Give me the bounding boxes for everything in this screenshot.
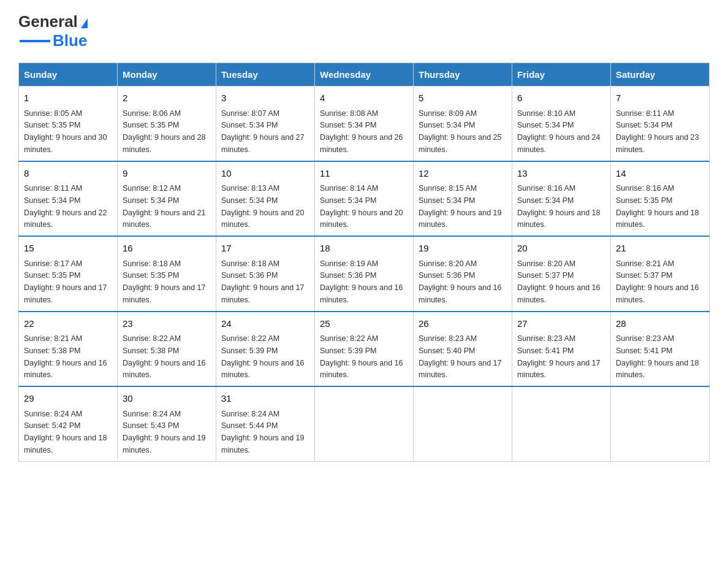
- calendar-cell: 13Sunrise: 8:16 AMSunset: 5:34 PMDayligh…: [512, 161, 611, 237]
- day-info: Sunrise: 8:21 AMSunset: 5:38 PMDaylight:…: [24, 334, 107, 379]
- day-number: 13: [517, 167, 605, 181]
- calendar-cell: 22Sunrise: 8:21 AMSunset: 5:38 PMDayligh…: [19, 312, 118, 387]
- day-number: 23: [123, 317, 211, 331]
- calendar-cell: 2Sunrise: 8:06 AMSunset: 5:35 PMDaylight…: [118, 86, 216, 161]
- calendar-table: SundayMondayTuesdayWednesdayThursdayFrid…: [18, 63, 710, 462]
- day-info: Sunrise: 8:10 AMSunset: 5:34 PMDaylight:…: [517, 109, 601, 154]
- day-number: 26: [419, 317, 507, 331]
- calendar-cell: [611, 386, 710, 461]
- calendar-cell: 16Sunrise: 8:18 AMSunset: 5:35 PMDayligh…: [118, 236, 216, 312]
- day-number: 27: [517, 317, 605, 331]
- calendar-week-row: 22Sunrise: 8:21 AMSunset: 5:38 PMDayligh…: [19, 312, 710, 387]
- calendar-cell: 4Sunrise: 8:08 AMSunset: 5:34 PMDaylight…: [315, 86, 414, 161]
- day-number: 6: [517, 91, 605, 105]
- day-info: Sunrise: 8:16 AMSunset: 5:35 PMDaylight:…: [616, 184, 699, 229]
- day-number: 7: [616, 91, 704, 105]
- calendar-cell: 27Sunrise: 8:23 AMSunset: 5:41 PMDayligh…: [512, 312, 611, 387]
- header-monday: Monday: [118, 63, 216, 86]
- day-info: Sunrise: 8:21 AMSunset: 5:37 PMDaylight:…: [616, 259, 699, 304]
- day-number: 19: [419, 242, 507, 256]
- day-number: 16: [123, 242, 211, 256]
- day-info: Sunrise: 8:11 AMSunset: 5:34 PMDaylight:…: [24, 184, 107, 229]
- day-info: Sunrise: 8:18 AMSunset: 5:35 PMDaylight:…: [123, 259, 206, 304]
- day-number: 22: [24, 317, 112, 331]
- calendar-cell: 24Sunrise: 8:22 AMSunset: 5:39 PMDayligh…: [216, 312, 315, 387]
- day-info: Sunrise: 8:20 AMSunset: 5:37 PMDaylight:…: [517, 259, 601, 304]
- calendar-cell: 30Sunrise: 8:24 AMSunset: 5:43 PMDayligh…: [118, 386, 216, 461]
- day-number: 12: [419, 167, 507, 181]
- calendar-week-row: 1Sunrise: 8:05 AMSunset: 5:35 PMDaylight…: [19, 86, 710, 161]
- header-sunday: Sunday: [19, 63, 118, 86]
- day-info: Sunrise: 8:11 AMSunset: 5:34 PMDaylight:…: [616, 109, 699, 154]
- day-info: Sunrise: 8:24 AMSunset: 5:43 PMDaylight:…: [123, 410, 206, 454]
- calendar-week-row: 29Sunrise: 8:24 AMSunset: 5:42 PMDayligh…: [19, 386, 710, 461]
- day-number: 31: [221, 392, 309, 406]
- header-wednesday: Wednesday: [315, 63, 414, 86]
- calendar-cell: 12Sunrise: 8:15 AMSunset: 5:34 PMDayligh…: [414, 161, 512, 237]
- day-info: Sunrise: 8:15 AMSunset: 5:34 PMDaylight:…: [419, 184, 502, 229]
- day-number: 21: [616, 242, 704, 256]
- day-number: 29: [24, 392, 112, 406]
- day-number: 17: [221, 242, 309, 256]
- day-info: Sunrise: 8:20 AMSunset: 5:36 PMDaylight:…: [419, 259, 502, 304]
- calendar-cell: 17Sunrise: 8:18 AMSunset: 5:36 PMDayligh…: [216, 236, 315, 312]
- day-info: Sunrise: 8:08 AMSunset: 5:34 PMDaylight:…: [320, 109, 403, 154]
- logo: General Blue: [18, 12, 88, 50]
- header-tuesday: Tuesday: [216, 63, 315, 86]
- day-info: Sunrise: 8:22 AMSunset: 5:39 PMDaylight:…: [320, 334, 403, 379]
- calendar-cell: 11Sunrise: 8:14 AMSunset: 5:34 PMDayligh…: [315, 161, 414, 237]
- day-info: Sunrise: 8:05 AMSunset: 5:35 PMDaylight:…: [24, 109, 107, 154]
- calendar-week-row: 8Sunrise: 8:11 AMSunset: 5:34 PMDaylight…: [19, 161, 710, 237]
- day-info: Sunrise: 8:23 AMSunset: 5:41 PMDaylight:…: [517, 334, 601, 379]
- calendar-week-row: 15Sunrise: 8:17 AMSunset: 5:35 PMDayligh…: [19, 236, 710, 312]
- day-info: Sunrise: 8:24 AMSunset: 5:42 PMDaylight:…: [24, 410, 107, 454]
- day-number: 30: [123, 392, 211, 406]
- day-info: Sunrise: 8:16 AMSunset: 5:34 PMDaylight:…: [517, 184, 601, 229]
- day-number: 28: [616, 317, 704, 331]
- day-number: 2: [123, 91, 211, 105]
- calendar-cell: 6Sunrise: 8:10 AMSunset: 5:34 PMDaylight…: [512, 86, 611, 161]
- calendar-cell: [512, 386, 611, 461]
- day-number: 5: [419, 91, 507, 105]
- day-info: Sunrise: 8:18 AMSunset: 5:36 PMDaylight:…: [221, 259, 305, 304]
- calendar-cell: 3Sunrise: 8:07 AMSunset: 5:34 PMDaylight…: [216, 86, 315, 161]
- day-number: 3: [221, 91, 309, 105]
- calendar-cell: 28Sunrise: 8:23 AMSunset: 5:41 PMDayligh…: [611, 312, 710, 387]
- day-number: 25: [320, 317, 408, 331]
- calendar-cell: 20Sunrise: 8:20 AMSunset: 5:37 PMDayligh…: [512, 236, 611, 312]
- header-thursday: Thursday: [414, 63, 512, 86]
- calendar-cell: 1Sunrise: 8:05 AMSunset: 5:35 PMDaylight…: [19, 86, 118, 161]
- day-info: Sunrise: 8:06 AMSunset: 5:35 PMDaylight:…: [123, 109, 206, 154]
- calendar-cell: 8Sunrise: 8:11 AMSunset: 5:34 PMDaylight…: [19, 161, 118, 237]
- calendar-cell: 9Sunrise: 8:12 AMSunset: 5:34 PMDaylight…: [118, 161, 216, 237]
- day-number: 10: [221, 167, 309, 181]
- logo-line: [20, 40, 50, 42]
- calendar-cell: 5Sunrise: 8:09 AMSunset: 5:34 PMDaylight…: [414, 86, 512, 161]
- logo-text-general: General: [18, 12, 78, 31]
- day-number: 11: [320, 167, 408, 181]
- calendar-cell: 25Sunrise: 8:22 AMSunset: 5:39 PMDayligh…: [315, 312, 414, 387]
- calendar-cell: 18Sunrise: 8:19 AMSunset: 5:36 PMDayligh…: [315, 236, 414, 312]
- day-number: 20: [517, 242, 605, 256]
- day-number: 14: [616, 167, 704, 181]
- calendar-cell: 21Sunrise: 8:21 AMSunset: 5:37 PMDayligh…: [611, 236, 710, 312]
- calendar-cell: 19Sunrise: 8:20 AMSunset: 5:36 PMDayligh…: [414, 236, 512, 312]
- day-info: Sunrise: 8:12 AMSunset: 5:34 PMDaylight:…: [123, 184, 206, 229]
- header-friday: Friday: [512, 63, 611, 86]
- day-number: 1: [24, 91, 112, 105]
- day-info: Sunrise: 8:07 AMSunset: 5:34 PMDaylight:…: [221, 109, 305, 154]
- day-info: Sunrise: 8:14 AMSunset: 5:34 PMDaylight:…: [320, 184, 403, 229]
- day-info: Sunrise: 8:23 AMSunset: 5:40 PMDaylight:…: [419, 334, 502, 379]
- day-number: 15: [24, 242, 112, 256]
- logo-triangle-icon: [81, 18, 88, 28]
- day-info: Sunrise: 8:13 AMSunset: 5:34 PMDaylight:…: [221, 184, 305, 229]
- calendar-cell: [414, 386, 512, 461]
- logo-text-blue: Blue: [53, 31, 87, 50]
- day-number: 8: [24, 167, 112, 181]
- day-number: 18: [320, 242, 408, 256]
- calendar-cell: 31Sunrise: 8:24 AMSunset: 5:44 PMDayligh…: [216, 386, 315, 461]
- calendar-cell: 7Sunrise: 8:11 AMSunset: 5:34 PMDaylight…: [611, 86, 710, 161]
- day-info: Sunrise: 8:22 AMSunset: 5:39 PMDaylight:…: [221, 334, 305, 379]
- day-number: 9: [123, 167, 211, 181]
- header-saturday: Saturday: [611, 63, 710, 86]
